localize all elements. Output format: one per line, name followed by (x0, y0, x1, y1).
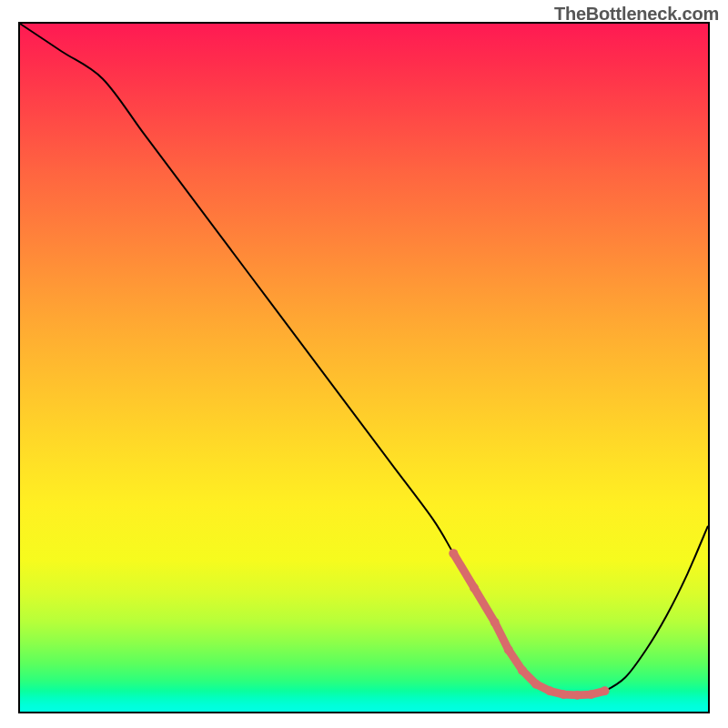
valley-marker-dot (470, 583, 479, 592)
valley-marker-dot (587, 690, 596, 699)
valley-marker-dot (518, 666, 527, 675)
valley-marker-dot (504, 645, 513, 654)
valley-marker-dot (601, 686, 610, 695)
bottleneck-curve (20, 24, 708, 695)
valley-marker-dot (545, 686, 554, 695)
valley-marker-dot (531, 680, 541, 689)
valley-marker-dot (449, 549, 458, 558)
valley-marker-run (453, 553, 604, 695)
valley-marker-dot (559, 690, 568, 699)
valley-marker-dot (490, 618, 500, 627)
chart-plot-area (18, 22, 710, 713)
chart-svg (20, 24, 708, 712)
valley-marker-dot (572, 691, 581, 700)
